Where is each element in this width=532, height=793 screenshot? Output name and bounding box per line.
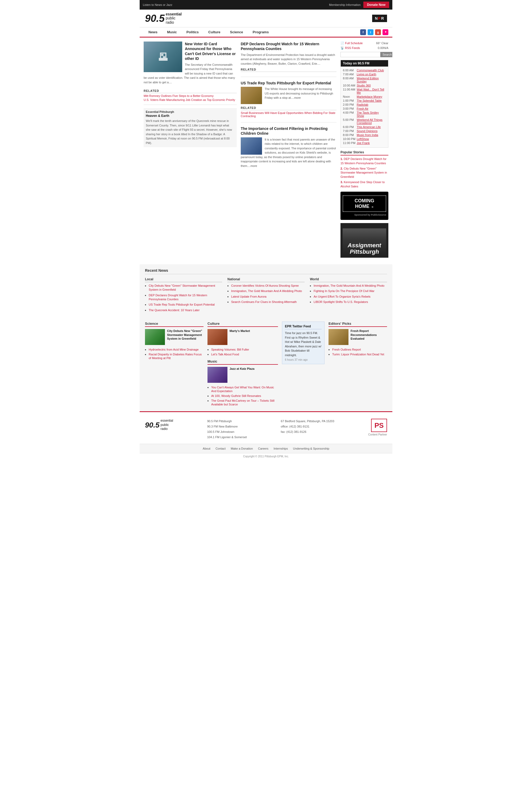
header: 90.5 essential public radio NPR	[140, 10, 392, 27]
footer-logo-block: 90.5 essential public radio	[145, 419, 173, 431]
show-1[interactable]: Commonwealth Club	[357, 69, 386, 72]
site-logo[interactable]: 90.5 essential public radio	[145, 12, 182, 24]
culture-link-2: Let's Talk About Food	[211, 352, 278, 356]
national-news-col: National Coroner Identifies Victims Of A…	[227, 277, 305, 314]
nav-politics[interactable]: Politics	[182, 27, 204, 37]
footer-content-partner: Content Partner	[368, 433, 387, 436]
footer-nav-internships[interactable]: Internships	[273, 447, 288, 450]
footer-station-2: 90.3 FM New Baltimore	[207, 424, 247, 429]
show-14[interactable]: Music from India	[357, 133, 386, 136]
top-story: DEP Declares Drought Watch for 15 Wester…	[241, 41, 337, 77]
schedule-box: Today on 90.5 FM 6:00 AMCommonwealth Clu…	[341, 60, 388, 148]
related-link-1[interactable]: Mitt Romney Outlines Five Steps to a Bet…	[144, 94, 237, 97]
search-input[interactable]	[341, 52, 380, 57]
nav-music[interactable]: Music	[162, 27, 182, 37]
twitter-icon[interactable]: t	[367, 29, 374, 35]
trade-related-1[interactable]: Small Businesses Will Have Equal Opportu…	[241, 111, 337, 118]
national-news-list: Coroner Identifies Victims Of Aurora Sho…	[227, 284, 305, 304]
show-11[interactable]: Weekend All Things Considered	[357, 118, 386, 125]
footer-nav-about[interactable]: About	[203, 447, 210, 450]
weather-temp: 66° Clear	[376, 41, 388, 45]
footer-logo-radio: radio	[161, 427, 173, 431]
show-8[interactable]: Radiolab	[357, 103, 386, 106]
footer-nav-careers[interactable]: Careers	[258, 447, 268, 450]
filtering-thumb-img	[241, 137, 262, 155]
music-link-2: At 100, Woody Guthrie Still Resonates	[211, 394, 278, 398]
show-4[interactable]: Studio 360	[357, 84, 386, 87]
filtering-title[interactable]: The Importance of Content Filtering in P…	[241, 126, 337, 136]
nav-culture[interactable]: Culture	[204, 27, 225, 37]
nav-science[interactable]: Science	[225, 27, 248, 37]
npr-logo: NPR	[372, 15, 387, 22]
show-3[interactable]: Weekend Edition Sunday	[357, 77, 386, 83]
ep-title[interactable]: Heaven & Earth	[146, 114, 234, 118]
twitter-feed-box: EPR Twitter Feed Time for jazz on 90.5 F…	[282, 321, 324, 364]
coming-home-banner[interactable]: COMING HOME ◄ Sponsored by PublicSource	[341, 192, 388, 220]
show-16[interactable]: Joe Frank	[357, 141, 386, 145]
show-7[interactable]: The Splendid Table	[357, 99, 386, 102]
footer-nav-underwriting[interactable]: Underwriting & Sponsorship	[293, 447, 329, 450]
footer-nav-donate[interactable]: Make a Donation	[231, 447, 253, 450]
editors-featured: Fresh Report Recommendations Evaluated	[328, 329, 387, 345]
trade-article-title[interactable]: US Trade Rep Touts Pittsburgh for Export…	[241, 81, 337, 86]
news-columns: Local City Debuts New "Green" Stormwater…	[145, 277, 387, 314]
science-featured-article: City Debuts New "Green" Stormwater Manag…	[145, 329, 204, 345]
left-column: 🗳 New Voter ID Card Announced for those …	[144, 41, 237, 258]
show-6[interactable]: Marketplace Money	[357, 95, 386, 98]
local-news-list: City Debuts New "Green" Stormwater Manag…	[145, 284, 222, 312]
local-item-3: US Trade Rep Touts Pittsburgh for Export…	[149, 303, 222, 307]
show-5[interactable]: Wait Wait... Don't Tell Me	[357, 88, 386, 94]
search-button[interactable]: Search	[380, 52, 392, 57]
culture-subsection: Culture Marty's Market Speaking Volumes:…	[208, 321, 278, 407]
footer-public-source: PS Content Partner	[368, 419, 387, 436]
schedule-row-1: 6:00 AMCommonwealth Club	[343, 69, 386, 72]
top-story-title[interactable]: DEP Declares Drought Watch for 15 Wester…	[241, 41, 337, 51]
culture-title: Culture	[208, 321, 278, 327]
music-links: You Can't Always Get What You Want: On M…	[208, 385, 278, 406]
footer-ps-logo: PS	[371, 419, 387, 432]
show-15[interactable]: LeftShow	[357, 137, 386, 141]
popular-stories-box: Popular Stories 1. DEP Declares Drought …	[341, 150, 388, 188]
nav-programs[interactable]: Programs	[248, 27, 274, 37]
footer-logo-essential: essential	[161, 419, 173, 423]
footer-contact: 67 Bedford Square, Pittsburgh, PA 15203 …	[281, 419, 334, 435]
donate-button[interactable]: Donate Now	[363, 2, 389, 8]
recent-news-section: Recent News Local City Debuts New "Green…	[140, 264, 392, 317]
show-2[interactable]: Living on Earth	[357, 73, 386, 76]
facebook-icon[interactable]: f	[360, 29, 366, 35]
rss-feeds-link[interactable]: 📡 RSS Feeds	[341, 46, 360, 50]
logo-905: 90.5	[145, 13, 165, 24]
schedule-row-6: NoonMarketplace Money	[343, 95, 386, 98]
google-icon[interactable]: g	[375, 29, 381, 35]
footer-nav-contact[interactable]: Contact	[215, 447, 226, 450]
listen-link[interactable]: Listen to News or Jazz	[143, 3, 172, 6]
editors-links: Fresh Outlines Report Turim: Liquor Priv…	[328, 348, 387, 356]
culture-music-row: Culture Marty's Market Speaking Volumes:…	[208, 321, 324, 407]
flickr-icon[interactable]: ✦	[382, 29, 388, 35]
right-column: 📄 Full Schedule 66° Clear 📡 RSS Feeds 0.…	[341, 41, 388, 258]
ep-body: We'll mark the tenth anniversary of the …	[146, 119, 234, 145]
membership-link[interactable]: Membership Information	[329, 3, 361, 6]
show-13[interactable]: Sound Opinions	[357, 129, 386, 133]
related-link-2[interactable]: U.S. Voters Rate Manufacturing Job Creat…	[144, 98, 237, 102]
show-10[interactable]: The Tavis Smiley Show	[357, 111, 386, 117]
popular-stories-title: Popular Stories	[341, 150, 388, 155]
full-schedule-link[interactable]: 📄 Full Schedule	[341, 41, 363, 45]
rss-freq-row: 📡 RSS Feeds 0.00N/A	[341, 46, 388, 50]
show-9[interactable]: Fresh Air	[357, 107, 386, 110]
footer-office: office: (412) 381-9131	[281, 424, 334, 429]
footer-fax: fax: (412) 381-9126	[281, 429, 334, 435]
nav-news[interactable]: News	[144, 27, 162, 37]
trade-thumb-img	[241, 87, 262, 104]
schedule-row-10: 4:00 PMThe Tavis Smiley Show	[343, 111, 386, 117]
freq-display: 0.00N/A	[378, 46, 388, 50]
assignment-pittsburgh-banner[interactable]: Assignment Pittsburgh	[341, 223, 388, 258]
show-12[interactable]: This American Life	[357, 125, 386, 129]
logo-essential: essential	[166, 12, 182, 16]
footer-address-line: 67 Bedford Square, Pittsburgh, PA 15203	[281, 419, 334, 424]
logo-public: public	[166, 16, 182, 20]
main-content: 🗳 New Voter ID Card Announced for those …	[140, 38, 392, 262]
music-link-1: You Can't Always Get What You Want: On M…	[211, 385, 278, 393]
trade-article-thumb	[241, 87, 262, 104]
culture-featured: Marty's Market	[208, 329, 278, 345]
